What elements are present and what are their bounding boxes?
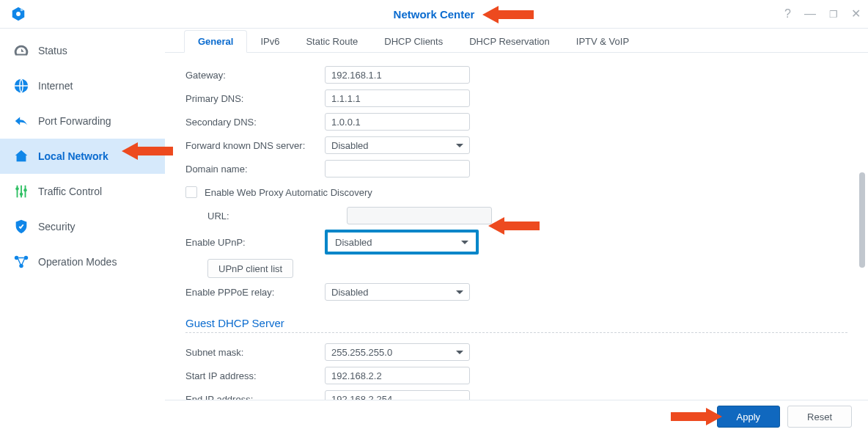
nodes-icon	[13, 254, 29, 270]
sidebar-item-label: Status	[38, 45, 67, 56]
wpad-label: Enable Web Proxy Automatic Discovery	[205, 187, 372, 198]
gateway-input[interactable]	[325, 66, 470, 84]
sidebar-item-label: Port Forwarding	[38, 115, 111, 127]
sidebar-item-local-network[interactable]: Local Network	[0, 139, 165, 174]
svg-point-9	[23, 188, 26, 191]
upnp-value: Disabled	[335, 237, 372, 248]
scrollbar[interactable]	[859, 172, 865, 268]
guest-dhcp-header: Guest DHCP Server	[185, 317, 847, 329]
chevron-down-icon	[461, 241, 468, 244]
tab-iptv-voip[interactable]: IPTV & VoIP	[563, 31, 642, 52]
primary-dns-input[interactable]	[325, 89, 470, 107]
tab-general[interactable]: General	[184, 30, 247, 53]
url-input	[347, 207, 492, 224]
reset-button[interactable]: Reset	[787, 406, 852, 428]
sidebar-item-label: Operation Modes	[38, 256, 117, 268]
tab-dhcp-clients[interactable]: DHCP Clients	[371, 31, 456, 52]
forward-icon	[13, 113, 29, 129]
svg-point-12	[19, 264, 23, 268]
gauge-icon	[13, 43, 29, 59]
sidebar-item-operation-modes[interactable]: Operation Modes	[0, 244, 165, 279]
secondary-dns-label: Secondary DNS:	[185, 117, 325, 128]
url-label: URL:	[185, 210, 347, 222]
sidebar-item-traffic-control[interactable]: Traffic Control	[0, 174, 165, 209]
svg-point-7	[15, 187, 18, 190]
domain-name-label: Domain name:	[185, 164, 325, 175]
maximize-icon[interactable]: ❐	[829, 10, 838, 19]
pppoe-label: Enable PPPoE relay:	[185, 287, 325, 298]
app-icon	[10, 6, 26, 22]
pppoe-value: Disabled	[331, 287, 369, 298]
chevron-down-icon	[456, 290, 463, 294]
tab-ipv6[interactable]: IPv6	[247, 31, 293, 52]
shield-icon	[13, 219, 29, 235]
svg-point-8	[20, 192, 23, 195]
forward-dns-select[interactable]: Disabled	[325, 136, 470, 154]
sidebar: Status Internet Port Forwarding Local Ne…	[0, 29, 165, 432]
footer: Apply Reset	[165, 400, 868, 432]
primary-dns-label: Primary DNS:	[185, 93, 325, 104]
window-title: Network Center	[394, 8, 475, 21]
sidebar-item-port-forwarding[interactable]: Port Forwarding	[0, 103, 165, 139]
section-divider	[185, 332, 847, 333]
sidebar-item-label: Security	[38, 221, 76, 233]
sidebar-item-label: Internet	[38, 80, 73, 92]
minimize-icon[interactable]: —	[804, 8, 816, 20]
subnet-label: Subnet mask:	[185, 347, 325, 358]
close-icon[interactable]: ✕	[851, 8, 861, 20]
subnet-select[interactable]: 255.255.255.0	[325, 343, 470, 361]
tab-static-route[interactable]: Static Route	[293, 31, 371, 52]
sidebar-item-internet[interactable]: Internet	[0, 68, 165, 103]
sidebar-item-security[interactable]: Security	[0, 209, 165, 244]
start-ip-label: Start IP address:	[185, 370, 325, 381]
upnp-client-list-button[interactable]: UPnP client list	[207, 259, 293, 278]
globe-icon	[13, 78, 29, 94]
sidebar-item-label: Local Network	[38, 150, 108, 162]
svg-point-2	[21, 9, 23, 12]
forward-dns-value: Disabled	[331, 140, 369, 151]
secondary-dns-input[interactable]	[325, 113, 470, 131]
chevron-down-icon	[456, 351, 463, 354]
start-ip-input[interactable]	[325, 367, 470, 384]
help-icon[interactable]: ?	[784, 8, 791, 20]
titlebar: Network Center ? — ❐ ✕	[0, 0, 868, 29]
sliders-icon	[13, 183, 29, 199]
forward-dns-label: Forward known DNS server:	[185, 140, 325, 151]
main-panel: General IPv6 Static Route DHCP Clients D…	[165, 29, 868, 432]
upnp-list-cell: UPnP client list	[185, 259, 347, 278]
chevron-down-icon	[456, 144, 463, 147]
subnet-value: 255.255.255.0	[331, 347, 392, 358]
apply-button[interactable]: Apply	[717, 406, 781, 428]
svg-point-1	[16, 12, 21, 16]
tabs: General IPv6 Static Route DHCP Clients D…	[165, 29, 868, 53]
home-network-icon	[13, 148, 29, 164]
upnp-select[interactable]: Disabled	[325, 230, 479, 255]
domain-name-input[interactable]	[325, 160, 470, 177]
tab-dhcp-reservation[interactable]: DHCP Reservation	[456, 31, 563, 52]
sidebar-item-label: Traffic Control	[38, 186, 102, 197]
upnp-label: Enable UPnP:	[185, 237, 325, 248]
gateway-label: Gateway:	[185, 70, 325, 81]
sidebar-item-status[interactable]: Status	[0, 33, 165, 68]
pppoe-select[interactable]: Disabled	[325, 283, 470, 301]
content: Gateway: Primary DNS: Secondary DNS: For…	[165, 53, 868, 432]
wpad-checkbox[interactable]	[185, 186, 197, 198]
